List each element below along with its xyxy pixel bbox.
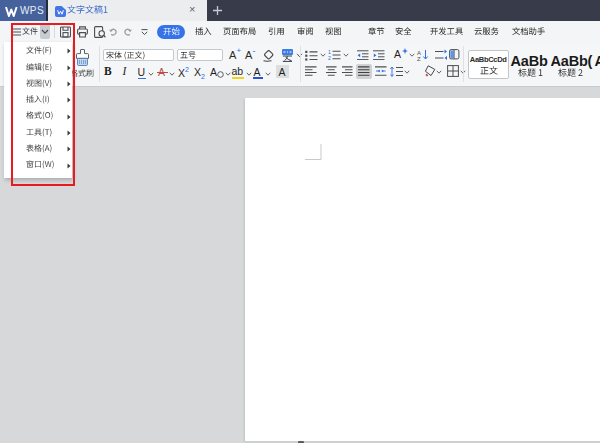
svg-text:Z: Z: [417, 56, 421, 62]
svg-text:1: 1: [328, 49, 331, 55]
svg-text:2: 2: [328, 55, 331, 61]
